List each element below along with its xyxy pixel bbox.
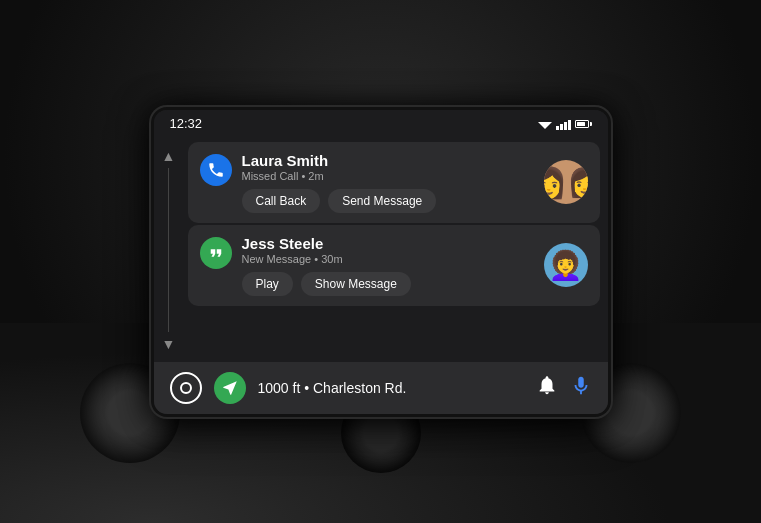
notification-jess: Jess Steele New Message • 30m Play Show … — [188, 225, 600, 306]
show-message-button[interactable]: Show Message — [301, 272, 411, 296]
scroll-arrows: ▲ ▼ — [154, 138, 184, 362]
notification-jess-name: Jess Steele — [242, 235, 534, 252]
notification-laura-actions: Call Back Send Message — [242, 189, 534, 213]
screen-wrapper: 12:32 — [151, 107, 611, 417]
navigation-direction-icon[interactable] — [214, 372, 246, 404]
notification-laura: Laura Smith Missed Call • 2m Call Back S… — [188, 142, 600, 223]
turn-icon — [221, 379, 239, 397]
play-button[interactable]: Play — [242, 272, 293, 296]
notification-jess-actions: Play Show Message — [242, 272, 534, 296]
scroll-track — [168, 168, 169, 332]
status-time: 12:32 — [170, 116, 203, 131]
avatar-laura: 👩 — [544, 160, 588, 204]
notifications-list: Laura Smith Missed Call • 2m Call Back S… — [184, 138, 608, 362]
screen-bezel: 12:32 — [151, 107, 611, 417]
avatar-jess: 👩‍🦱 — [544, 243, 588, 287]
microphone-button[interactable] — [570, 375, 592, 401]
notification-jess-body: Jess Steele New Message • 30m Play Show … — [242, 235, 534, 296]
phone-app-icon — [200, 154, 232, 186]
android-auto-screen: 12:32 — [154, 110, 608, 414]
notification-bell-button[interactable] — [536, 374, 558, 401]
status-bar: 12:32 — [154, 110, 608, 138]
svg-marker-0 — [538, 122, 552, 129]
call-back-button[interactable]: Call Back — [242, 189, 321, 213]
home-circle-icon — [180, 382, 192, 394]
home-circle-button[interactable] — [170, 372, 202, 404]
wifi-icon — [538, 119, 552, 129]
phone-icon — [207, 161, 225, 179]
scroll-up-arrow[interactable]: ▲ — [162, 148, 176, 164]
bottom-navigation-bar: 1000 ft • Charleston Rd. — [154, 362, 608, 414]
battery-icon — [575, 120, 592, 128]
notification-jess-subtitle: New Message • 30m — [242, 253, 534, 265]
notification-laura-subtitle: Missed Call • 2m — [242, 170, 534, 182]
navigation-address: 1000 ft • Charleston Rd. — [258, 380, 524, 396]
message-app-icon — [200, 237, 232, 269]
send-message-button[interactable]: Send Message — [328, 189, 436, 213]
microphone-icon — [570, 375, 592, 397]
bell-icon — [536, 374, 558, 396]
scroll-down-arrow[interactable]: ▼ — [162, 336, 176, 352]
status-icons — [538, 118, 592, 130]
notification-laura-name: Laura Smith — [242, 152, 534, 169]
notification-laura-body: Laura Smith Missed Call • 2m Call Back S… — [242, 152, 534, 213]
signal-bars-icon — [556, 118, 571, 130]
quotes-icon — [207, 244, 225, 262]
main-content: ▲ ▼ Laura Smith — [154, 138, 608, 362]
